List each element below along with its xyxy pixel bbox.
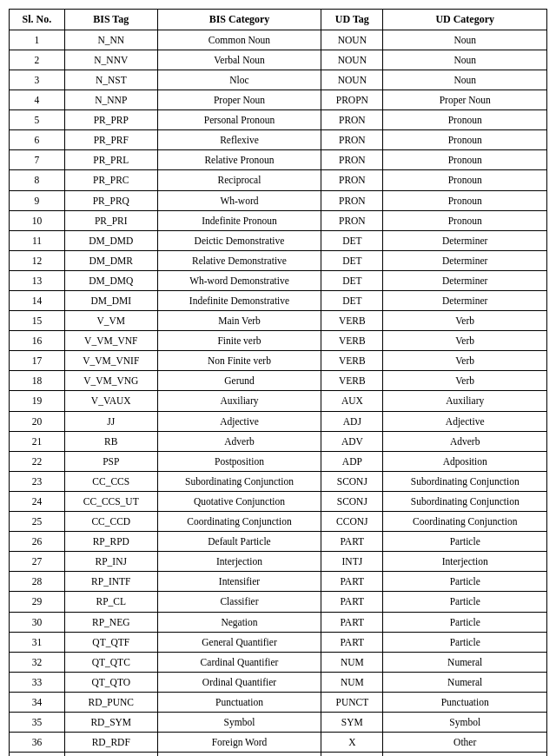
table-cell: Nloc [157, 70, 321, 90]
table-row: 31QT_QTFGeneral QuantifierPARTParticle [10, 632, 547, 652]
table-cell: Default Particle [157, 532, 321, 552]
table-cell: Noun [383, 70, 547, 90]
table-cell: Particle [383, 532, 547, 552]
table-row: 3N_NSTNlocNOUNNoun [10, 70, 547, 90]
table-row: 25CC_CCDCoordinating ConjunctionCCONJCoo… [10, 512, 547, 532]
table-cell: VERB [321, 351, 383, 371]
table-cell: 8 [10, 170, 65, 190]
table-cell: PART [321, 532, 383, 552]
table-cell: 3 [10, 70, 65, 90]
table-cell: Pronoun [383, 190, 547, 210]
table-cell: Adjective [383, 411, 547, 431]
table-cell: Indefinite Pronoun [157, 210, 321, 230]
table-cell: RB [64, 431, 157, 451]
table-cell: Interjection [157, 552, 321, 572]
table-cell: Classifier [157, 592, 321, 612]
table-cell: 27 [10, 552, 65, 572]
table-cell: 33 [10, 672, 65, 692]
table-cell: INTJ [321, 552, 383, 572]
table-cell: Non Finite verb [157, 351, 321, 371]
main-table: Sl. No. BIS Tag BIS Category UD Tag UD C… [9, 9, 547, 756]
table-cell: AUX [321, 391, 383, 411]
table-row: 8PR_PRCReciprocalPRONPronoun [10, 170, 547, 190]
table-cell: PRON [321, 170, 383, 190]
table-row: 35RD_SYMSymbolSYMSymbol [10, 712, 547, 732]
table-row: 7PR_PRLRelative PronounPRONPronoun [10, 150, 547, 170]
table-cell: Postposition [157, 451, 321, 471]
table-cell: Adverb [157, 431, 321, 451]
table-cell: Pronoun [383, 150, 547, 170]
table-cell: Adverb [383, 431, 547, 451]
table-cell: N_NST [64, 70, 157, 90]
table-cell: 30 [10, 612, 65, 632]
table-cell: X [321, 753, 383, 756]
table-cell: Particle [383, 612, 547, 632]
table-cell: Reflexive [157, 130, 321, 150]
table-cell: RD_UNK [64, 753, 157, 756]
table-row: 22PSPPostpositionADPAdposition [10, 451, 547, 471]
table-cell: JJ [64, 411, 157, 431]
table-cell: NUM [321, 652, 383, 672]
table-cell: Auxiliary [157, 391, 321, 411]
table-row: 16V_VM_VNFFinite verbVERBVerb [10, 331, 547, 351]
table-cell: PR_PRC [64, 170, 157, 190]
table-cell: Punctuation [157, 692, 321, 712]
table-cell: N_NNP [64, 90, 157, 110]
table-row: 6PR_PRFReflexivePRONPronoun [10, 130, 547, 150]
table-row: 37RD_UNKUnknownXOther [10, 753, 547, 756]
table-cell: CC_CCS_UT [64, 491, 157, 511]
table-cell: N_NN [64, 30, 157, 50]
table-cell: Wh-word [157, 190, 321, 210]
table-cell: Pronoun [383, 170, 547, 190]
table-cell: 36 [10, 733, 65, 753]
table-cell: 14 [10, 291, 65, 311]
table-cell: 6 [10, 130, 65, 150]
table-cell: Verb [383, 311, 547, 331]
table-cell: 35 [10, 712, 65, 732]
table-cell: Symbol [383, 712, 547, 732]
table-cell: Pronoun [383, 110, 547, 130]
table-cell: 21 [10, 431, 65, 451]
table-cell: Deictic Demonstrative [157, 230, 321, 250]
table-row: 4N_NNPProper NounPROPNProper Noun [10, 90, 547, 110]
table-cell: Gerund [157, 371, 321, 391]
table-cell: 34 [10, 692, 65, 712]
table-cell: 7 [10, 150, 65, 170]
table-cell: Verb [383, 351, 547, 371]
table-cell: Wh-word Demonstrative [157, 270, 321, 290]
table-cell: ADJ [321, 411, 383, 431]
table-cell: Interjection [383, 552, 547, 572]
table-cell: PRON [321, 210, 383, 230]
table-cell: 9 [10, 190, 65, 210]
table-row: 18V_VM_VNGGerundVERBVerb [10, 371, 547, 391]
table-row: 10PR_PRIIndefinite PronounPRONPronoun [10, 210, 547, 230]
table-cell: Common Noun [157, 30, 321, 50]
table-cell: SCONJ [321, 471, 383, 491]
table-cell: VERB [321, 311, 383, 331]
table-cell: 16 [10, 331, 65, 351]
table-cell: Determiner [383, 291, 547, 311]
table-cell: PRON [321, 190, 383, 210]
table-cell: Unknown [157, 753, 321, 756]
table-cell: PR_PRF [64, 130, 157, 150]
table-row: 15V_VMMain VerbVERBVerb [10, 311, 547, 331]
table-cell: RP_CL [64, 592, 157, 612]
table-cell: SCONJ [321, 491, 383, 511]
table-cell: V_VM_VNG [64, 371, 157, 391]
table-cell: Subordinating Conjunction [157, 471, 321, 491]
table-cell: 5 [10, 110, 65, 130]
table-row: 20JJAdjectiveADJAdjective [10, 411, 547, 431]
table-cell: RP_RPD [64, 532, 157, 552]
table-cell: Noun [383, 50, 547, 70]
table-cell: RP_NEG [64, 612, 157, 632]
table-cell: Numeral [383, 672, 547, 692]
col-header-ud-category: UD Category [383, 10, 547, 30]
table-cell: PR_PRL [64, 150, 157, 170]
table-cell: 22 [10, 451, 65, 471]
table-row: 13DM_DMQWh-word DemonstrativeDETDetermin… [10, 270, 547, 290]
table-cell: Auxiliary [383, 391, 547, 411]
table-cell: 24 [10, 491, 65, 511]
table-cell: Pronoun [383, 130, 547, 150]
table-row: 29RP_CLClassifierPARTParticle [10, 592, 547, 612]
table-cell: Cardinal Quantifier [157, 652, 321, 672]
